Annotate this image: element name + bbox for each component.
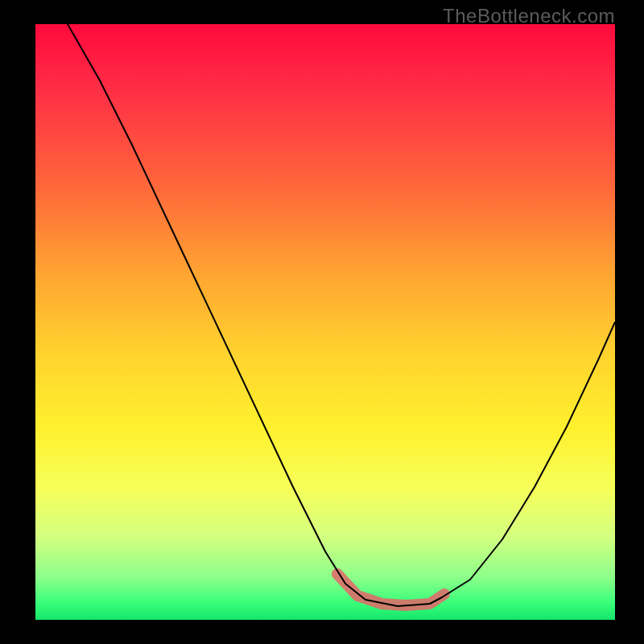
chart-frame: TheBottleneck.com xyxy=(0,0,644,644)
bottleneck-curve xyxy=(68,24,615,606)
plot-area xyxy=(35,24,615,620)
watermark-text: TheBottleneck.com xyxy=(443,5,615,27)
curve-svg xyxy=(35,24,615,620)
